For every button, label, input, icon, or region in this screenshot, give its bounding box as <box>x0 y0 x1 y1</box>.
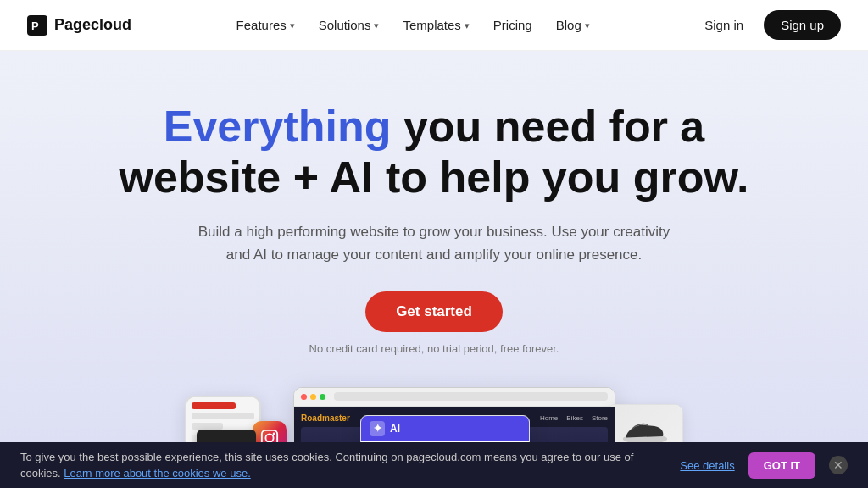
nav-pricing[interactable]: Pricing <box>483 11 542 39</box>
hero-section: Everything you need for a website + AI t… <box>0 51 868 442</box>
cookie-got-it-button[interactable]: GOT IT <box>748 452 815 479</box>
nav-blog[interactable]: Blog ▾ <box>546 11 600 39</box>
nav-links: Features ▾ Solutions ▾ Templates ▾ Prici… <box>226 11 600 39</box>
hero-subtitle: Build a high performing website to grow … <box>197 220 671 266</box>
cookie-text: To give you the best possible experience… <box>20 449 666 482</box>
close-icon: ✕ <box>833 458 843 472</box>
pagecloud-logo-icon: P <box>27 15 47 36</box>
chevron-down-icon: ▾ <box>585 20 590 31</box>
shoe-product-card: Sneaker $129.00 <box>607 404 683 442</box>
shoe-svg <box>620 418 670 442</box>
no-credit-text: No credit card required, no trial period… <box>34 342 834 355</box>
ai-dropdown: ✦ AI ✦ Ask AI to write... ✓ Fix spelling… <box>360 415 530 442</box>
hero-title: Everything you need for a website + AI t… <box>95 102 773 203</box>
logo-text: Pagecloud <box>54 16 131 34</box>
svg-point-4 <box>273 433 275 435</box>
signin-button[interactable]: Sign in <box>694 11 754 39</box>
svg-point-3 <box>265 434 273 441</box>
get-started-button[interactable]: Get started <box>365 291 503 332</box>
svg-rect-2 <box>262 430 277 442</box>
preview-area: Roadmaster Home Bikes Store Get ready! <box>34 379 834 442</box>
navbar: P Pagecloud Features ▾ Solutions ▾ Templ… <box>0 0 868 51</box>
shoe-image <box>608 405 682 442</box>
nav-actions: Sign in Sign up <box>694 10 841 40</box>
chevron-down-icon: ▾ <box>290 20 295 31</box>
signup-button[interactable]: Sign up <box>764 10 841 40</box>
instagram-icon <box>253 421 287 442</box>
nav-templates[interactable]: Templates ▾ <box>392 11 479 39</box>
nav-solutions[interactable]: Solutions ▾ <box>309 11 390 39</box>
browser-mockup: Roadmaster Home Bikes Store Get ready! <box>293 387 615 442</box>
video-thumbnail[interactable] <box>197 430 256 442</box>
ai-plus-icon: ✦ <box>370 421 385 436</box>
svg-text:P: P <box>31 19 39 32</box>
logo[interactable]: P Pagecloud <box>27 15 131 36</box>
chevron-down-icon: ▾ <box>374 20 379 31</box>
cookie-learn-more-link[interactable]: Learn more about the cookies we use. <box>64 467 250 480</box>
cookie-close-button[interactable]: ✕ <box>829 456 848 474</box>
chevron-down-icon: ▾ <box>465 20 470 31</box>
browser-logo: Roadmaster <box>301 413 350 423</box>
cookie-see-details-link[interactable]: See details <box>680 459 734 472</box>
ai-dropdown-header: ✦ AI <box>361 416 529 441</box>
nav-features[interactable]: Features ▾ <box>226 11 305 39</box>
cookie-banner: To give you the best possible experience… <box>0 442 868 488</box>
